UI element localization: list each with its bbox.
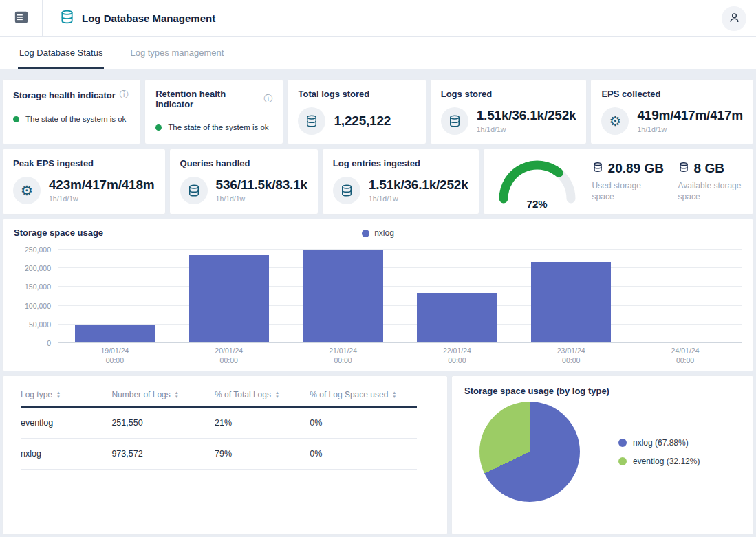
- user-menu-button[interactable]: [722, 6, 746, 31]
- pie-legend-item[interactable]: eventlog (32.12%): [618, 457, 700, 466]
- stat-period: 1h/1d/1w: [477, 125, 576, 133]
- status-ok-dot: [155, 124, 162, 131]
- pie-legend-item[interactable]: nxlog (67.88%): [618, 438, 700, 448]
- storage-by-log-type-card: Storage space usage (by log type) nxlog …: [451, 375, 754, 535]
- stat-value: 423m/417m/418m: [49, 178, 155, 193]
- page-title: Log Database Management: [82, 12, 215, 24]
- stat-value: 1.51k/36.1k/252k: [369, 178, 468, 193]
- log-types-table-card: Log type▲▼Number of Logs▲▼% of Total Log…: [2, 375, 448, 535]
- queries-handled-card: Queries handled 536/11.5k/83.1k 1h/1d/1w: [169, 149, 318, 215]
- card-title: Retention health indicator ⓘ: [155, 89, 272, 109]
- gauge-fill: [504, 165, 559, 199]
- bar-legend-label: nxlog: [374, 228, 394, 238]
- table-cell: 79%: [215, 439, 310, 470]
- y-axis-label: 100,000: [25, 301, 51, 309]
- table-cell: 21%: [215, 407, 310, 439]
- bar-xlabels-row: 19/01/2400:0020/01/2400:0021/01/2400:002…: [14, 346, 742, 365]
- column-header-number-of-logs[interactable]: Number of Logs▲▼: [111, 380, 215, 407]
- retention-health-card: Retention health indicator ⓘ The state o…: [144, 79, 283, 144]
- card-title: Storage health indicator ⓘ: [13, 89, 130, 101]
- table-head-row: Log type▲▼Number of Logs▲▼% of Total Log…: [21, 380, 417, 407]
- eps-collected-card: EPS collected ⚙ 419m/417m/417m 1h/1d/1w: [590, 79, 754, 144]
- bar[interactable]: [189, 255, 269, 342]
- stat-row: ⚙ 419m/417m/417m 1h/1d/1w: [601, 107, 743, 135]
- pie[interactable]: [479, 402, 580, 502]
- bar-ylabels: 250,000200,000150,000100,00050,0000: [14, 249, 58, 342]
- x-axis-label: 24/01/2400:00: [628, 346, 742, 365]
- person-icon: [728, 12, 740, 25]
- bottom-row: Log type▲▼Number of Logs▲▼% of Total Log…: [2, 375, 754, 535]
- table-cell: 0%: [310, 439, 416, 470]
- storage-space-usage-chart-card: Storage space usage nxlog 250,000200,000…: [2, 219, 754, 371]
- sidebar-toggle-button[interactable]: [0, 0, 43, 36]
- bar-legend-dot: [362, 230, 369, 237]
- health-status: The state of the system is ok: [155, 123, 272, 131]
- stat-row: 1.51k/36.1k/252k 1h/1d/1w: [441, 107, 576, 135]
- bar-plot: [58, 249, 742, 342]
- storage-gauge: 72%: [496, 156, 579, 207]
- y-axis-label: 250,000: [25, 245, 51, 254]
- disk-stack-icon: [678, 161, 689, 176]
- database-icon: [180, 177, 208, 204]
- gear-database-icon: ⚙: [601, 107, 629, 135]
- bar[interactable]: [417, 293, 497, 342]
- bar-slot: [58, 249, 172, 342]
- used-storage-stat: 20.89 GB Used storage space: [592, 161, 665, 202]
- stat-cards-row-2: Peak EPS ingested ⚙ 423m/417m/418m 1h/1d…: [2, 149, 754, 215]
- disk-stack-icon: [592, 161, 603, 176]
- pie-legend: nxlog (67.88%)eventlog (32.12%): [618, 438, 700, 466]
- stat-period: 1h/1d/1w: [49, 195, 155, 203]
- bar-slot: [514, 249, 628, 342]
- stat-value: 419m/417m/417m: [637, 109, 743, 123]
- sort-icon[interactable]: ▲▼: [275, 391, 279, 399]
- sort-icon[interactable]: ▲▼: [392, 391, 396, 399]
- pie-content: nxlog (67.88%)eventlog (32.12%): [464, 402, 741, 502]
- app-title-group: Log Database Management: [59, 9, 215, 28]
- bar-legend[interactable]: nxlog: [14, 228, 742, 238]
- bar-plot-row: 250,000200,000150,000100,00050,0000: [14, 249, 742, 342]
- stat-period: 1h/1d/1w: [369, 195, 468, 203]
- sidebar-toggle-icon: [14, 10, 29, 27]
- tab-log-database-status[interactable]: Log Database Status: [18, 37, 104, 69]
- x-axis-label: 22/01/2400:00: [400, 346, 514, 365]
- legend-dot: [618, 457, 627, 465]
- stat-cards-row-1: Storage health indicator ⓘ The state of …: [2, 79, 754, 144]
- stat-period: 1h/1d/1w: [216, 195, 307, 203]
- peak-eps-ingested-card: Peak EPS ingested ⚙ 423m/417m/418m 1h/1d…: [2, 149, 166, 215]
- x-axis-label: 21/01/2400:00: [286, 346, 400, 365]
- chart-header: Storage space usage nxlog: [14, 228, 742, 238]
- stat-value: 536/11.5k/83.1k: [216, 178, 307, 193]
- logs-stored-card: Logs stored 1.51k/36.1k/252k 1h/1d/1w: [430, 79, 587, 144]
- legend-dot: [618, 439, 627, 447]
- card-title-text: Peak EPS ingested: [13, 158, 94, 168]
- legend-label: nxlog (67.88%): [633, 438, 689, 448]
- info-icon[interactable]: ⓘ: [120, 89, 129, 101]
- stat-row: 536/11.5k/83.1k 1h/1d/1w: [180, 177, 307, 204]
- tab-log-types-management[interactable]: Log types management: [129, 37, 225, 69]
- total-logs-stored-card: Total logs stored 1,225,122: [287, 79, 426, 144]
- y-axis-label: 0: [47, 339, 51, 347]
- database-icon: [333, 177, 360, 204]
- database-icon: [59, 9, 75, 28]
- table-cell: 251,550: [111, 407, 215, 439]
- column-header--of-total-logs[interactable]: % of Total Logs▲▼: [215, 380, 310, 407]
- card-title-text: EPS collected: [601, 89, 660, 99]
- bar[interactable]: [75, 325, 155, 342]
- gear-database-icon: ⚙: [13, 177, 41, 204]
- x-axis-label: 23/01/2400:00: [514, 346, 628, 365]
- log-types-table: Log type▲▼Number of Logs▲▼% of Total Log…: [21, 380, 417, 470]
- column-header--of-log-space-used[interactable]: % of Log Space used▲▼: [310, 380, 416, 407]
- card-title-text: Retention health indicator: [155, 89, 259, 109]
- info-icon[interactable]: ⓘ: [263, 93, 272, 105]
- bar[interactable]: [531, 262, 611, 343]
- card-title: EPS collected: [601, 89, 743, 99]
- sort-icon[interactable]: ▲▼: [56, 391, 61, 399]
- stat-row: 1,225,122: [298, 107, 415, 135]
- gridline: [58, 342, 742, 343]
- bar[interactable]: [303, 250, 383, 342]
- health-status: The state of the system is ok: [13, 115, 130, 123]
- table-cell: 0%: [310, 407, 416, 439]
- table-cell: eventlog: [21, 407, 111, 439]
- column-header-log-type[interactable]: Log type▲▼: [21, 380, 111, 407]
- sort-icon[interactable]: ▲▼: [175, 391, 179, 399]
